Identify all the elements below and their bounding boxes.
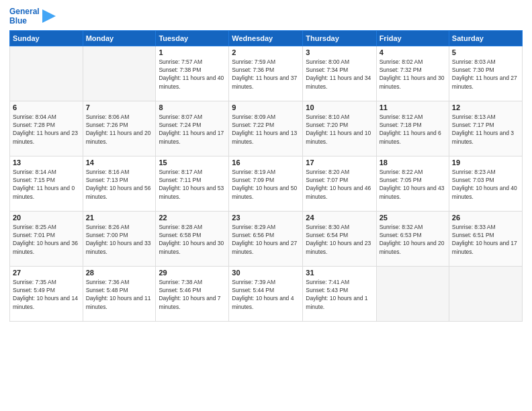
day-number: 6	[13, 103, 80, 111]
day-cell: 31Sunrise: 7:41 AM Sunset: 5:43 PM Dayli…	[303, 266, 376, 321]
weekday-header-saturday: Saturday	[449, 30, 522, 46]
day-cell: 11Sunrise: 8:12 AM Sunset: 7:18 PM Dayli…	[376, 101, 449, 156]
day-number: 3	[306, 48, 373, 56]
day-number: 25	[380, 214, 446, 222]
day-number: 5	[452, 48, 519, 56]
week-row-5: 27Sunrise: 7:35 AM Sunset: 5:49 PM Dayli…	[10, 266, 523, 321]
day-info: Sunrise: 7:57 AM Sunset: 7:38 PM Dayligh…	[159, 58, 226, 91]
day-number: 20	[13, 214, 80, 222]
day-number: 31	[306, 269, 373, 277]
day-cell	[10, 46, 83, 101]
day-cell: 22Sunrise: 8:28 AM Sunset: 6:58 PM Dayli…	[156, 211, 229, 266]
day-cell: 5Sunrise: 8:03 AM Sunset: 7:30 PM Daylig…	[449, 46, 522, 101]
day-info: Sunrise: 8:10 AM Sunset: 7:20 PM Dayligh…	[306, 113, 373, 146]
day-cell: 17Sunrise: 8:20 AM Sunset: 7:07 PM Dayli…	[303, 156, 376, 211]
day-cell: 9Sunrise: 8:09 AM Sunset: 7:22 PM Daylig…	[229, 101, 303, 156]
day-info: Sunrise: 8:09 AM Sunset: 7:22 PM Dayligh…	[232, 113, 300, 146]
day-info: Sunrise: 8:29 AM Sunset: 6:56 PM Dayligh…	[232, 223, 300, 256]
day-number: 14	[86, 158, 153, 167]
day-info: Sunrise: 8:14 AM Sunset: 7:15 PM Dayligh…	[13, 168, 80, 201]
day-info: Sunrise: 8:04 AM Sunset: 7:28 PM Dayligh…	[13, 113, 80, 146]
day-info: Sunrise: 8:07 AM Sunset: 7:24 PM Dayligh…	[159, 113, 226, 146]
day-number: 12	[452, 103, 519, 111]
day-number: 18	[380, 158, 446, 167]
day-number: 23	[232, 214, 300, 222]
day-info: Sunrise: 8:13 AM Sunset: 7:17 PM Dayligh…	[452, 113, 519, 146]
day-info: Sunrise: 7:41 AM Sunset: 5:43 PM Dayligh…	[306, 278, 373, 311]
week-row-4: 20Sunrise: 8:25 AM Sunset: 7:01 PM Dayli…	[10, 211, 523, 266]
day-number: 28	[86, 269, 153, 277]
day-number: 4	[380, 48, 446, 56]
day-info: Sunrise: 8:30 AM Sunset: 6:54 PM Dayligh…	[306, 223, 373, 256]
day-info: Sunrise: 8:16 AM Sunset: 7:13 PM Dayligh…	[86, 168, 153, 201]
logo: General Blue	[9, 7, 56, 26]
day-number: 21	[86, 214, 153, 222]
day-cell: 12Sunrise: 8:13 AM Sunset: 7:17 PM Dayli…	[449, 101, 522, 156]
day-info: Sunrise: 8:22 AM Sunset: 7:05 PM Dayligh…	[380, 168, 446, 201]
day-number: 27	[13, 269, 80, 277]
weekday-header-sunday: Sunday	[10, 30, 83, 46]
day-number: 9	[232, 103, 300, 111]
day-info: Sunrise: 7:38 AM Sunset: 5:46 PM Dayligh…	[159, 278, 226, 311]
day-cell: 21Sunrise: 8:26 AM Sunset: 7:00 PM Dayli…	[83, 211, 156, 266]
day-cell: 3Sunrise: 8:00 AM Sunset: 7:34 PM Daylig…	[303, 46, 376, 101]
day-cell: 13Sunrise: 8:14 AM Sunset: 7:15 PM Dayli…	[10, 156, 83, 211]
day-number: 16	[232, 158, 300, 167]
day-info: Sunrise: 8:26 AM Sunset: 7:00 PM Dayligh…	[86, 223, 153, 256]
day-number: 26	[452, 214, 519, 222]
day-number: 19	[452, 158, 519, 167]
day-cell: 15Sunrise: 8:17 AM Sunset: 7:11 PM Dayli…	[156, 156, 229, 211]
day-info: Sunrise: 8:00 AM Sunset: 7:34 PM Dayligh…	[306, 58, 373, 91]
day-info: Sunrise: 8:33 AM Sunset: 6:51 PM Dayligh…	[452, 223, 519, 256]
day-info: Sunrise: 7:59 AM Sunset: 7:36 PM Dayligh…	[232, 58, 300, 91]
weekday-header-monday: Monday	[83, 30, 156, 46]
day-cell: 10Sunrise: 8:10 AM Sunset: 7:20 PM Dayli…	[303, 101, 376, 156]
day-cell: 4Sunrise: 8:02 AM Sunset: 7:32 PM Daylig…	[376, 46, 449, 101]
header: General Blue	[9, 7, 523, 26]
day-number: 2	[232, 48, 300, 56]
day-cell: 24Sunrise: 8:30 AM Sunset: 6:54 PM Dayli…	[303, 211, 376, 266]
day-cell	[83, 46, 156, 101]
day-info: Sunrise: 8:28 AM Sunset: 6:58 PM Dayligh…	[159, 223, 226, 256]
day-number: 15	[159, 158, 226, 167]
day-cell: 6Sunrise: 8:04 AM Sunset: 7:28 PM Daylig…	[10, 101, 83, 156]
day-info: Sunrise: 8:25 AM Sunset: 7:01 PM Dayligh…	[13, 223, 80, 256]
svg-marker-0	[42, 9, 56, 23]
day-cell: 2Sunrise: 7:59 AM Sunset: 7:36 PM Daylig…	[229, 46, 303, 101]
week-row-3: 13Sunrise: 8:14 AM Sunset: 7:15 PM Dayli…	[10, 156, 523, 211]
day-info: Sunrise: 8:06 AM Sunset: 7:26 PM Dayligh…	[86, 113, 153, 146]
day-cell: 29Sunrise: 7:38 AM Sunset: 5:46 PM Dayli…	[156, 266, 229, 321]
day-info: Sunrise: 8:23 AM Sunset: 7:03 PM Dayligh…	[452, 168, 519, 201]
day-number: 22	[159, 214, 226, 222]
day-number: 11	[380, 103, 446, 111]
day-cell: 20Sunrise: 8:25 AM Sunset: 7:01 PM Dayli…	[10, 211, 83, 266]
day-cell: 19Sunrise: 8:23 AM Sunset: 7:03 PM Dayli…	[449, 156, 522, 211]
day-number: 10	[306, 103, 373, 111]
week-row-2: 6Sunrise: 8:04 AM Sunset: 7:28 PM Daylig…	[10, 101, 523, 156]
day-cell: 27Sunrise: 7:35 AM Sunset: 5:49 PM Dayli…	[10, 266, 83, 321]
day-cell: 28Sunrise: 7:36 AM Sunset: 5:48 PM Dayli…	[83, 266, 156, 321]
day-info: Sunrise: 8:03 AM Sunset: 7:30 PM Dayligh…	[452, 58, 519, 91]
day-info: Sunrise: 8:19 AM Sunset: 7:09 PM Dayligh…	[232, 168, 300, 201]
day-cell: 23Sunrise: 8:29 AM Sunset: 6:56 PM Dayli…	[229, 211, 303, 266]
logo-text: General Blue	[9, 7, 40, 26]
day-number: 13	[13, 158, 80, 167]
day-number: 1	[159, 48, 226, 56]
day-info: Sunrise: 7:36 AM Sunset: 5:48 PM Dayligh…	[86, 278, 153, 311]
day-number: 24	[306, 214, 373, 222]
day-cell: 1Sunrise: 7:57 AM Sunset: 7:38 PM Daylig…	[156, 46, 229, 101]
weekday-header-friday: Friday	[376, 30, 449, 46]
day-info: Sunrise: 7:35 AM Sunset: 5:49 PM Dayligh…	[13, 278, 80, 311]
day-number: 17	[306, 158, 373, 167]
day-number: 30	[232, 269, 300, 277]
day-cell	[376, 266, 449, 321]
day-info: Sunrise: 7:39 AM Sunset: 5:44 PM Dayligh…	[232, 278, 300, 311]
day-info: Sunrise: 8:02 AM Sunset: 7:32 PM Dayligh…	[380, 58, 446, 91]
weekday-header-wednesday: Wednesday	[229, 30, 303, 46]
day-cell: 30Sunrise: 7:39 AM Sunset: 5:44 PM Dayli…	[229, 266, 303, 321]
weekday-header-row: SundayMondayTuesdayWednesdayThursdayFrid…	[10, 30, 523, 46]
day-cell: 26Sunrise: 8:33 AM Sunset: 6:51 PM Dayli…	[449, 211, 522, 266]
day-cell: 8Sunrise: 8:07 AM Sunset: 7:24 PM Daylig…	[156, 101, 229, 156]
day-cell: 14Sunrise: 8:16 AM Sunset: 7:13 PM Dayli…	[83, 156, 156, 211]
day-info: Sunrise: 8:20 AM Sunset: 7:07 PM Dayligh…	[306, 168, 373, 201]
